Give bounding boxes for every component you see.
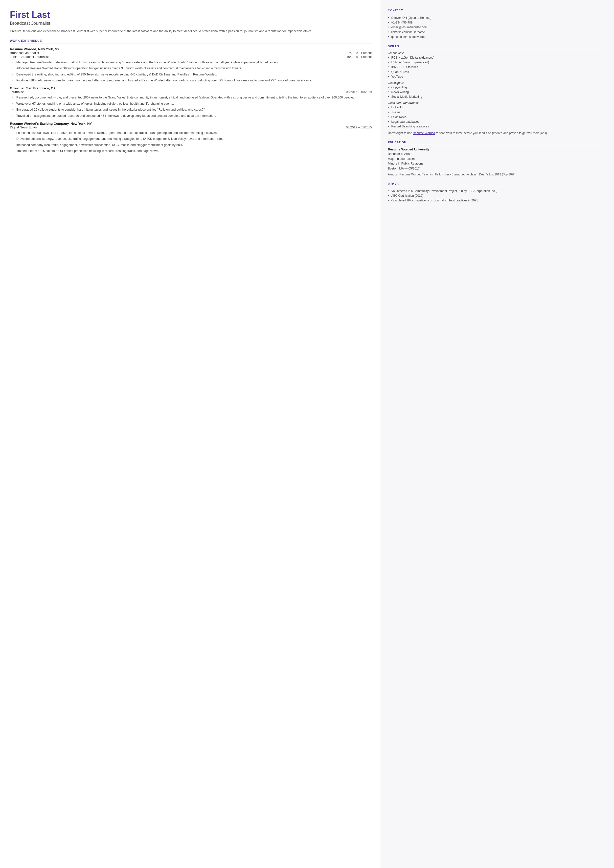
education-location-date: Boston, MA — 05/2017 bbox=[388, 166, 607, 171]
job-1-role-2-title: Junior Broadcast Journalist bbox=[10, 55, 49, 59]
job-1-role-1-date: 07/2019 – Present bbox=[346, 51, 372, 55]
skills-technology-label: Technology: bbox=[388, 51, 607, 55]
job-1-role-1-row: Broadcast Journalist 07/2019 – Present bbox=[10, 51, 372, 55]
list-item: YouTube bbox=[388, 75, 607, 79]
skills-section-title: SKILLS bbox=[388, 45, 607, 49]
list-item: Travelled on assignment, conducted resea… bbox=[12, 113, 372, 118]
job-2-role-1-title: Journalist bbox=[10, 90, 24, 94]
list-item: Lexis Nexis bbox=[388, 115, 607, 120]
job-title: Broadcast Journalist bbox=[10, 21, 372, 26]
list-item: Increased company web traffic, engagemen… bbox=[12, 143, 372, 148]
scan-note-suffix: to scan your resume before you send it o… bbox=[435, 131, 547, 135]
list-item: email@resumeworded.com bbox=[388, 25, 607, 30]
list-item: News Writing bbox=[388, 90, 607, 95]
job-3-header: Resume Worded's Exciting Company, New Yo… bbox=[10, 122, 372, 129]
education-section: EDUCATION Resume Worded University Bache… bbox=[388, 141, 607, 177]
list-item: Legal/Law databases bbox=[388, 120, 607, 124]
education-school: Resume Worded University bbox=[388, 148, 607, 151]
job-1-bullets: Managed Resume Worded Television Station… bbox=[12, 60, 372, 83]
list-item: Researched, documented, wrote, and prese… bbox=[12, 95, 372, 100]
job-2-bullets: Researched, documented, wrote, and prese… bbox=[12, 95, 372, 118]
job-1-role-1-title: Broadcast Journalist bbox=[10, 51, 39, 55]
job-3-role-1-title: Digital News Editor bbox=[10, 126, 37, 129]
job-3-role-1-date: 08/2012 – 01/2015 bbox=[346, 126, 372, 129]
list-item: Record Searching resources bbox=[388, 124, 607, 129]
work-experience-section-title: WORK EXPERIENCE bbox=[10, 39, 372, 44]
contact-section-title: CONTACT bbox=[388, 9, 607, 13]
list-item: Wrote over 67 stories touching on a wide… bbox=[12, 101, 372, 106]
list-item: RCS NexGen Digital (Advanced) bbox=[388, 56, 607, 60]
job-1-role-2-row: Junior Broadcast Journalist 10/2018 – Pr… bbox=[10, 55, 372, 59]
list-item: Developed the writing, shooting, and edi… bbox=[12, 72, 372, 77]
list-item: linkedin.com/in/username bbox=[388, 30, 607, 35]
job-2-role-1-date: 05/2017 – 10/2019 bbox=[346, 90, 372, 94]
contact-list: Denver, OH (Open to Remote) +1-234-456-7… bbox=[388, 16, 607, 39]
list-item: Managed Resume Worded Television Station… bbox=[12, 60, 372, 65]
skills-techniques-list: Copywriting News Writing Social Media Ma… bbox=[388, 85, 607, 99]
list-item: Twitter bbox=[388, 110, 607, 115]
list-item: ABC Certification (2022) bbox=[388, 194, 607, 198]
education-degree: Bachelor of Arts bbox=[388, 152, 607, 156]
work-section: Resume Worded, New York, NY Broadcast Jo… bbox=[10, 47, 372, 154]
list-item: IBM SPSS Statistics bbox=[388, 65, 607, 70]
job-1-role-2-date: 10/2018 – Present bbox=[346, 55, 372, 59]
education-awards: Awards: Resume Worded Teaching Fellow (o… bbox=[388, 172, 607, 177]
main-content: First Last Broadcast Journalist Creative… bbox=[0, 0, 381, 868]
sidebar: CONTACT Denver, OH (Open to Remote) +1-2… bbox=[381, 0, 614, 868]
job-3-bullets: Launched several news sites for 850-plus… bbox=[12, 130, 372, 154]
job-2-header: Growthsi, San Francisco, CA Journalist 0… bbox=[10, 86, 372, 94]
education-minor: Minors in Public Relations bbox=[388, 161, 607, 166]
skills-tools-label: Tools and Frameworks: bbox=[388, 101, 607, 105]
list-item: Copywriting bbox=[388, 85, 607, 90]
list-item: Allocated Resume Worded Radio Station's … bbox=[12, 66, 372, 71]
other-section-title: OTHER bbox=[388, 182, 607, 186]
list-item: QuarkXPress bbox=[388, 70, 607, 75]
skills-tools-list: LinkedIn Twitter Lexis Nexis Legal/Law d… bbox=[388, 105, 607, 129]
list-item: Denver, OH (Open to Remote) bbox=[388, 16, 607, 20]
list-item: Produced 185 radio news stories for on-a… bbox=[12, 78, 372, 83]
list-item: Volunteered in a Community Development P… bbox=[388, 189, 607, 194]
skills-techniques-label: Techniques: bbox=[388, 81, 607, 85]
list-item: LinkedIn bbox=[388, 105, 607, 110]
resume-worded-link[interactable]: Resume Worded bbox=[413, 131, 435, 135]
contact-section: CONTACT Denver, OH (Open to Remote) +1-2… bbox=[388, 9, 607, 39]
job-1-company: Resume Worded, New York, NY bbox=[10, 47, 372, 51]
list-item: Launched several news sites for 850-plus… bbox=[12, 130, 372, 135]
education-section-title: EDUCATION bbox=[388, 141, 607, 145]
scan-note: Don't forget to use Resume Worded to sca… bbox=[388, 131, 607, 135]
job-3-role-1-row: Digital News Editor 08/2012 – 01/2015 bbox=[10, 126, 372, 129]
list-item: Drove the editorial strategy, revenue, s… bbox=[12, 137, 372, 141]
job-2-company: Growthsi, San Francisco, CA bbox=[10, 86, 372, 90]
job-3-company: Resume Worded's Exciting Company, New Yo… bbox=[10, 122, 372, 126]
skills-section: SKILLS Technology: RCS NexGen Digital (A… bbox=[388, 45, 607, 135]
job-1-header: Resume Worded, New York, NY Broadcast Jo… bbox=[10, 47, 372, 59]
list-item: +1-234-456-789 bbox=[388, 20, 607, 25]
education-major: Major in Journalism bbox=[388, 157, 607, 161]
job-2-role-1-row: Journalist 05/2017 – 10/2019 bbox=[10, 90, 372, 94]
list-item: Completed 10+ competitions on Journalism… bbox=[388, 198, 607, 203]
scan-note-prefix: Don't forget to use bbox=[388, 131, 413, 135]
list-item: github.com/resumeworded bbox=[388, 35, 607, 39]
list-item: Social Media Marketing bbox=[388, 95, 607, 99]
other-list: Volunteered in a Community Development P… bbox=[388, 189, 607, 203]
list-item: Encouraged 25 college students to consid… bbox=[12, 107, 372, 112]
other-section: OTHER Volunteered in a Community Develop… bbox=[388, 182, 607, 203]
list-item: ESRI ArcView (Experienced) bbox=[388, 60, 607, 65]
summary-text: Creative, tenacious and experienced Broa… bbox=[10, 29, 372, 34]
full-name: First Last bbox=[10, 10, 372, 20]
skills-technology-list: RCS NexGen Digital (Advanced) ESRI ArcVi… bbox=[388, 56, 607, 79]
list-item: Trained a team of 15 editors on SEO best… bbox=[12, 149, 372, 154]
